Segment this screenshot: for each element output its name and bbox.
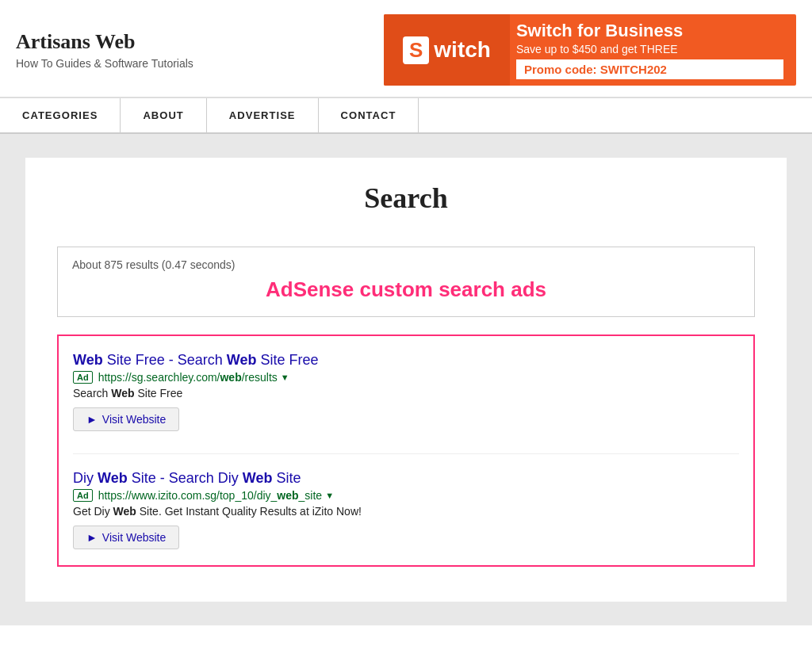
results-meta: About 875 results (0.47 seconds) [72, 258, 740, 271]
ad-desc-2: Get Diy Web Site. Get Instant Quality Re… [73, 505, 739, 518]
nav-item-advertise[interactable]: ADVERTISE [207, 98, 319, 132]
page-title: Search [57, 182, 755, 215]
banner-logo: S witch [384, 14, 510, 86]
brand: Artisans Web How To Guides & Software Tu… [16, 30, 193, 70]
nav-item-categories[interactable]: CATEGORIES [0, 98, 121, 132]
main-nav: CATEGORIES ABOUT ADVERTISE CONTACT [0, 97, 812, 134]
visit-btn-label-1: Visit Website [102, 413, 166, 426]
banner-main-text: Switch for Business [516, 21, 783, 41]
ad-title-2[interactable]: Diy Web Site - Search Diy Web Site [73, 470, 301, 486]
ad-arrow-1: ▼ [281, 373, 289, 382]
nav-item-contact[interactable]: CONTACT [319, 98, 419, 132]
ad-title-1[interactable]: Web Site Free - Search Web Site Free [73, 352, 318, 368]
ad-url-2: https://www.izito.com.sg/top_10/diy_web_… [98, 489, 322, 502]
ad-badge-1: Ad [73, 371, 93, 384]
ads-container: Web Site Free - Search Web Site Free Ad … [57, 334, 755, 567]
visit-website-button-2[interactable]: ► Visit Website [73, 526, 179, 549]
ad-url-row-2: Ad https://www.izito.com.sg/top_10/diy_w… [73, 489, 739, 502]
visit-btn-label-2: Visit Website [102, 531, 166, 544]
visit-arrow-icon-1: ► [86, 413, 98, 426]
ad-url-row-1: Ad https://sg.searchley.com/web/results … [73, 371, 739, 384]
main-content: Search About 875 results (0.47 seconds) … [0, 134, 812, 625]
banner-ad[interactable]: S witch Switch for Business Save up to $… [384, 14, 796, 86]
banner-logo-text: witch [434, 37, 491, 63]
banner-text-area: Switch for Business Save up to $450 and … [510, 14, 796, 86]
nav-item-about[interactable]: ABOUT [121, 98, 206, 132]
site-subtitle: How To Guides & Software Tutorials [16, 57, 193, 70]
ad-url-1: https://sg.searchley.com/web/results [98, 371, 278, 384]
results-meta-box: About 875 results (0.47 seconds) AdSense… [57, 247, 755, 317]
ad-item-2: Diy Web Site - Search Diy Web Site Ad ht… [73, 470, 739, 549]
content-card: Search About 875 results (0.47 seconds) … [25, 158, 787, 602]
ad-badge-2: Ad [73, 489, 93, 502]
ad-arrow-2: ▼ [325, 491, 334, 500]
ad-desc-1: Search Web Site Free [73, 387, 739, 399]
banner-sub-text: Save up to $450 and get THREE [516, 43, 783, 55]
banner-promo: Promo code: SWITCH202 [516, 59, 783, 79]
site-title: Artisans Web [16, 30, 193, 54]
ad-divider [73, 453, 739, 454]
ad-item-1: Web Site Free - Search Web Site Free Ad … [73, 352, 739, 431]
visit-website-button-1[interactable]: ► Visit Website [73, 407, 179, 431]
site-header: Artisans Web How To Guides & Software Tu… [0, 0, 812, 97]
visit-arrow-icon-2: ► [86, 531, 98, 544]
adsense-label: AdSense custom search ads [72, 277, 740, 302]
banner-logo-s: S [403, 36, 429, 64]
